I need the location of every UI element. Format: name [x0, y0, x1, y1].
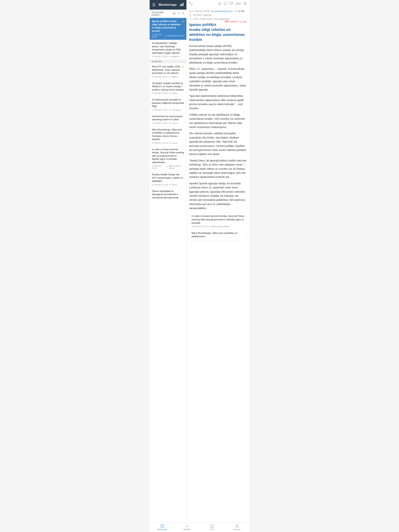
eye-icon[interactable] — [173, 12, 176, 15]
chart-icon[interactable] — [180, 2, 184, 7]
right-toolbar: 文A — [187, 0, 249, 8]
globe-small-icon — [165, 35, 166, 37]
svg-marker-54 — [189, 14, 191, 16]
svg-marker-39 — [218, 2, 221, 5]
article-source-link[interactable]: sputniknewslv.com — [214, 10, 233, 13]
news-item-title: ★Igauņu politiķis iesaka slēgt robežas u… — [152, 20, 184, 33]
account-nav-icon — [235, 524, 239, 528]
bottom-nav: Monitorings Analitika RTV Account — [150, 522, 249, 532]
related-item-meta: 17.09.2017 12:33 BNS (Latvian News) — [191, 225, 244, 228]
related-item-date: 17.09.2017 12:33 — [191, 225, 208, 228]
news-item-date: 17.09.2017 19:37 — [152, 109, 168, 111]
globe-small-icon — [169, 92, 171, 94]
globe-small-icon — [169, 184, 171, 186]
mail-icon[interactable] — [230, 2, 233, 6]
news-item-date: 17.09.2017 23:07 — [152, 76, 168, 78]
print-icon[interactable] — [243, 2, 247, 6]
hamburger-icon[interactable]: ☰ — [152, 3, 156, 7]
left-panel: ☰ Monitorings Visi rezultāti (10000+) — [150, 0, 187, 522]
star-toolbar-icon[interactable] — [218, 2, 221, 6]
article-paragraph: Iepriekš Sputnik Igaunija vēstīja, ka te… — [189, 181, 247, 210]
article-date: 17.09.2017 22:06 — [192, 10, 209, 13]
svg-line-9 — [184, 14, 184, 15]
svg-rect-45 — [189, 11, 191, 12]
news-item-meta: 17.09.2017 16:57 bns.lv — [152, 122, 184, 124]
news-item-meta: 17.09.2017 23:07 Delfi.lv — [152, 76, 184, 78]
svg-rect-2 — [183, 3, 184, 6]
svg-rect-61 — [210, 525, 214, 527]
analitika-nav-icon — [185, 524, 189, 528]
pdf-icon: PDF — [225, 20, 229, 23]
comment-icon[interactable] — [224, 2, 227, 6]
search-icons — [173, 12, 184, 15]
article-paragraph: "Nedod Dievs, lai Igaunijā kādreiz notik… — [189, 158, 247, 179]
related-item[interactable]: Māra Rozenberga: Zāles pret neveiklību u… — [189, 230, 247, 241]
news-item-date: 17.09.2017 22:06 — [152, 33, 164, 38]
news-list-item[interactable]: In order to lessen terrorist threats, Se… — [150, 146, 186, 171]
news-list-item[interactable]: Призы Артдокфеста присудили российской и… — [150, 188, 186, 202]
article-body: Konservatīvās tautas partijas (EKRE) pri… — [187, 44, 249, 210]
translate-icon[interactable]: 文A — [236, 2, 241, 6]
filter-icon[interactable] — [177, 12, 180, 15]
news-item-title: In order to lessen terrorist threats, Se… — [152, 148, 184, 164]
article-paragraph: Politiķis izteicās arī par atteikšanos n… — [189, 113, 247, 129]
results-count: Visi rezultāti (10000+) — [152, 11, 173, 16]
svg-point-4 — [174, 13, 175, 14]
nav-label-monitorings: Monitorings — [157, 528, 167, 531]
news-item-source: sputniknewslv.com — [167, 35, 184, 37]
svg-rect-1 — [181, 4, 182, 6]
related-item[interactable]: In order to lessen terrorist threats, Se… — [189, 213, 247, 230]
meta-count-item: 12 000 — [234, 10, 245, 13]
news-item-date: 17.09.2017 15:14 — [152, 142, 168, 144]
news-item-source: Delfi.lv — [172, 92, 178, 94]
globe-icon — [211, 10, 213, 12]
monitorings-nav-icon — [160, 524, 164, 528]
expand-icon[interactable] — [189, 2, 192, 6]
article-authors: LETA, Preses relīze, Triin Jürgenstein P… — [187, 16, 249, 20]
news-item-title: 15 iedvesmojoši fotoattēli no pasaules r… — [152, 98, 184, 108]
svg-line-38 — [191, 4, 192, 5]
news-list-item[interactable]: 'Ventspils' nospēlē neizšķirti ar 'Metta… — [150, 80, 186, 97]
star-badge: ★ — [182, 20, 184, 24]
news-list-item[interactable]: Māra Rozenberga: Zāles pret neveiklību u… — [150, 126, 186, 146]
news-item-meta: 17.09.2017 19:37 info.riga.lv — [152, 109, 184, 111]
svg-rect-43 — [244, 2, 246, 3]
related-item-source: BNS (Latvian News) — [211, 225, 230, 228]
search-bar: Visi rezultāti (10000+) — [150, 10, 186, 18]
news-item-meta: 17.09.2017 23:51 Basket.lv — [152, 55, 184, 58]
news-item-date: 17.09.2017 23:51 — [152, 55, 168, 58]
nav-label-rtv: RTV — [210, 528, 214, 531]
article-paragraph: Konservatīvās tautas partijas (EKRE) pri… — [189, 44, 247, 65]
pdf-label: Izdruka – 11. lpp. — [230, 20, 247, 23]
news-item-meta: 17.09.2017 11:46 Vipi.lv — [152, 184, 184, 186]
search-icon[interactable] — [182, 12, 184, 15]
nav-item-analitika[interactable]: Analitika — [175, 523, 200, 532]
pdf-link[interactable]: PDF Izdruka – 11. lpp. — [225, 20, 247, 23]
news-item-source: Delfi.lv — [172, 76, 178, 78]
nav-label-account: Account — [234, 528, 240, 531]
calendar-icon — [189, 10, 191, 12]
nav-item-account[interactable]: Account — [224, 523, 249, 532]
news-item-source: Lsm.lv — [172, 142, 178, 144]
svg-rect-44 — [244, 4, 246, 5]
authors-text: LETA, Preses relīze, Triin Jürgenstein — [193, 18, 230, 20]
article-paragraph: RĪGA, 17. septembris — Sputnik. Konserva… — [189, 67, 247, 92]
news-list-item[interactable]: Android become most popular operating sy… — [150, 113, 186, 126]
author-icon — [189, 18, 191, 20]
globe-small-icon — [169, 56, 171, 57]
news-item-meta: 17.09.2017 22:06 sputniknewslv.com — [152, 33, 184, 38]
news-list-item[interactable]: ★Igauņu politiķis iesaka slēgt robežas u… — [150, 18, 186, 40]
meta-source-item: sputniknewslv.com — [211, 10, 233, 13]
star-badge: ★ — [182, 65, 184, 69]
news-item-title: Android become most popular operating sy… — [152, 115, 184, 121]
globe-small-icon — [166, 166, 168, 168]
news-list-item[interactable]: ★RIGA IFF otrā nedēļa: KIDS WEEKEND, 'De… — [150, 63, 186, 80]
nav-item-monitorings[interactable]: Monitorings — [150, 523, 175, 532]
news-list-item[interactable]: EuroBasket2017 pēdējie akordi: zelts Slo… — [150, 40, 186, 60]
nav-item-rtv[interactable]: RTV — [200, 523, 224, 532]
right-header-icons: 文A — [218, 2, 247, 6]
news-item-meta: 17.09.2017 20:52 Delfi.lv — [152, 92, 184, 94]
news-list-item[interactable]: 15 iedvesmojoši fotoattēli no pasaules r… — [150, 96, 186, 113]
news-list-item[interactable]: Dizaina izstādē Design Isle 2017 iedvesm… — [150, 171, 186, 188]
news-item-source: Vipi.lv — [172, 184, 177, 186]
